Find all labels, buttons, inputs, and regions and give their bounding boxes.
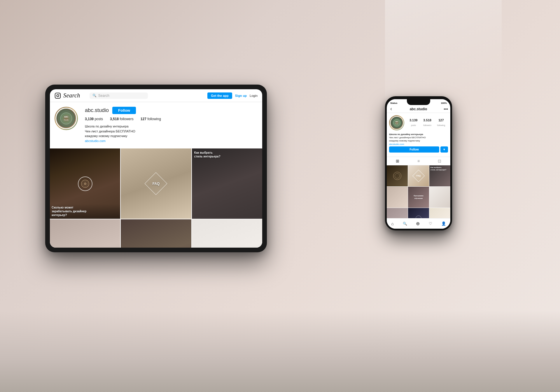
phone-followers-stat: 3.518 followers [423,118,431,127]
circle-svg [81,179,90,188]
phone-follow-row: Follow ▼ [389,146,448,153]
phone-bottom-nav: ⌂ 🔍 ⊕ ♡ 👤 [387,218,450,229]
search-icon: 🔍 [92,94,97,97]
post-2[interactable]: FAQ [121,148,191,219]
get-app-button[interactable]: Get the app [207,92,232,99]
home-nav-icon[interactable]: ⌂ [391,221,393,226]
signup-button[interactable]: Sign up [235,94,247,97]
phone-post-5[interactable]: Программаобучения [408,187,429,208]
tag-view-icon[interactable]: ⊡ [438,159,441,163]
phone-bio-line2: Чек-лист дизайнера БЕСПЛАТНО [389,136,448,139]
svg-rect-0 [55,93,60,98]
bio-line3: каждому новому подписчику [85,134,258,139]
phone-bio: Школа по дизайну интерьера Чек-лист диза… [389,133,448,146]
phone-post-6[interactable] [429,187,450,208]
phone-avatar: ABC Studio [389,115,404,130]
phone-follow-button[interactable]: Follow [389,146,439,153]
phone-post-2[interactable]: FAQ [408,165,429,186]
profile-stats: 3,139 posts 3,518 followers 127 followin… [85,117,258,121]
login-button[interactable]: Login [250,94,258,97]
add-nav-icon[interactable]: ⊕ [416,221,420,226]
profile-nav-icon[interactable]: 👤 [441,221,446,226]
post-3-label: Как выбратьстиль интерьера? [194,151,260,158]
phone-ig-header: abc.studio ••• [387,106,450,113]
phone-following-stat: 127 following [437,118,445,127]
avatar-inner: ABC Studio [55,108,77,129]
phone-screen: Status 100% abc.studio ••• ABC [387,99,450,229]
phone-profile: ABC Studio [387,113,450,157]
svg-text:Studio: Studio [395,123,398,125]
faq-label: FAQ [153,182,160,186]
phone-username: abc.studio [394,107,442,111]
phone-follow-dropdown[interactable]: ▼ [440,146,448,153]
profile-header: abc.studio Follow [85,107,258,114]
post-5[interactable]: Программаобучения [121,219,191,248]
grid-view-icon[interactable]: ⊞ [396,159,399,163]
nav-actions: Get the app Sign up Login [207,92,258,99]
following-stat: 127 following [141,117,161,121]
posts-stat: 3,139 posts [85,117,103,121]
list-view-icon[interactable]: ≡ [417,159,420,163]
heart-nav-icon[interactable]: ♡ [429,221,432,226]
phone-avatar-graphic: ABC Studio [391,116,403,129]
profile-bio: Школа по дизайну интерьера Чек-лист диза… [85,124,258,143]
phone-stats: 3.139 posts 3.518 followers 127 followin… [407,118,448,127]
bio-link[interactable]: abcstudio.com [85,139,258,144]
svg-point-3 [57,109,75,127]
phone-post-4[interactable] [387,187,408,208]
phone-bio-line3: каждому новому подписчику [389,139,448,142]
phone-back-icon[interactable] [389,107,393,111]
post-6[interactable] [192,219,262,248]
phone-posts-stat: 3.139 posts [410,118,418,127]
avatar: ABC Studio [55,107,78,130]
ground-surface [0,310,560,392]
phone-notch [407,99,430,105]
phone-post-3[interactable]: Как выбратьстиль интерьера? [429,165,450,186]
search-nav-icon[interactable]: 🔍 [403,222,407,226]
post-1[interactable]: Сколько можетзарабатывать дизайнеринтерь… [50,148,120,219]
bio-line2: Чек-лист дизайнера БЕСПЛАТНО [85,129,258,134]
post-1-label: Сколько можетзарабатывать дизайнеринтерь… [50,204,120,219]
search-bar[interactable]: 🔍 Search [90,92,148,99]
svg-text:ABC: ABC [64,116,69,118]
profile-section: ABC Studio abc.studio [50,102,262,146]
phone-bio-link[interactable]: abcstudio.com [389,143,448,146]
instagram-logo: Search [55,92,80,99]
phone-device: Status 100% abc.studio ••• ABC [385,96,452,230]
svg-point-10 [84,182,87,185]
tablet-screen: Search 🔍 Search Get the app Sign up Logi… [50,89,262,248]
phone-post-1[interactable] [387,165,408,186]
followers-stat: 3,518 followers [110,117,134,121]
profile-info: abc.studio Follow 3,139 posts 3,518 foll… [85,107,258,143]
carrier: Status [390,102,397,104]
svg-text:Studio: Studio [64,119,69,121]
phone-view-toggle: ⊞ ≡ ⊡ [387,157,450,165]
posts-grid: Сколько можетзарабатывать дизайнеринтерь… [50,148,262,248]
phone-options-icon[interactable]: ••• [444,107,448,111]
svg-point-2 [59,94,60,94]
post-3[interactable]: Как выбратьстиль интерьера? [192,148,262,219]
search-placeholder: Search [98,94,109,98]
faq-overlay: FAQ [121,148,191,219]
battery: 100% [441,102,447,104]
post-4[interactable] [50,219,120,248]
instagram-navbar: Search 🔍 Search Get the app Sign up Logi… [50,89,262,102]
tablet-device: Search 🔍 Search Get the app Sign up Logi… [45,85,267,252]
avatar-graphic: ABC Studio [56,108,76,129]
play-circle-icon [78,176,92,191]
phone-avatar-inner: ABC Studio [390,116,404,130]
bio-line1: Школа по дизайну интерьера [85,124,258,129]
instagram-icon [55,92,61,99]
profile-username: abc.studio [85,107,109,113]
svg-text:ABC: ABC [395,121,398,123]
phone-profile-top: ABC Studio [389,115,448,130]
follow-button[interactable]: Follow [112,107,136,114]
instagram-wordmark: Search [63,92,80,99]
phone-bio-line1: Школа по дизайну интерьера [389,133,448,136]
svg-point-1 [57,94,59,97]
